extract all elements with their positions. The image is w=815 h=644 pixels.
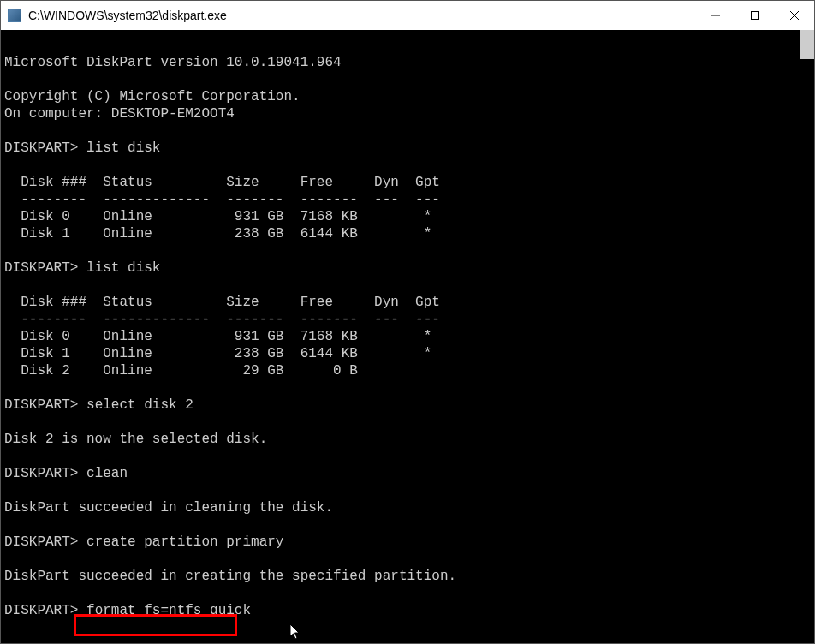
minimize-button[interactable] xyxy=(696,1,735,30)
table-header: Disk ### Status Size Free Dyn Gpt xyxy=(4,175,440,190)
cmd-create-partition: create partition primary xyxy=(86,534,283,550)
msg-selected: Disk 2 is now the selected disk. xyxy=(4,432,267,447)
cmd-select-disk: select disk 2 xyxy=(86,397,193,413)
table-divider: -------- ------------- ------- ------- -… xyxy=(4,312,440,327)
msg-partition-ok: DiskPart succeeded in creating the speci… xyxy=(4,569,456,584)
table-row: Disk 0 Online 931 GB 7168 KB * xyxy=(4,329,431,344)
prompt: DISKPART> xyxy=(4,534,78,550)
cmd-clean: clean xyxy=(86,466,128,481)
msg-clean-ok: DiskPart succeeded in cleaning the disk. xyxy=(4,500,333,516)
cmd-format: format fs=ntfs quick xyxy=(86,603,251,618)
table-row: Disk 2 Online 29 GB 0 B xyxy=(4,363,358,379)
prompt: DISKPART> xyxy=(4,603,78,618)
table-row: Disk 1 Online 238 GB 6144 KB * xyxy=(4,226,431,242)
svg-rect-1 xyxy=(752,12,759,20)
prompt: DISKPART> xyxy=(4,466,78,481)
version-line: Microsoft DiskPart version 10.0.19041.96… xyxy=(4,55,342,70)
scrollbar-thumb[interactable] xyxy=(800,30,814,59)
close-button[interactable] xyxy=(775,1,814,30)
diskpart-window: C:\WINDOWS\system32\diskpart.exe Microso… xyxy=(0,0,815,644)
copyright-line: Copyright (C) Microsoft Corporation. xyxy=(4,89,300,104)
table-row: Disk 1 Online 238 GB 6144 KB * xyxy=(4,346,431,361)
console-output[interactable]: Microsoft DiskPart version 10.0.19041.96… xyxy=(1,30,814,643)
table-row: Disk 0 Online 931 GB 7168 KB * xyxy=(4,209,431,224)
prompt: DISKPART> xyxy=(4,397,78,413)
close-icon xyxy=(790,11,799,20)
computer-line: On computer: DESKTOP-EM2OOT4 xyxy=(4,106,235,122)
prompt: DISKPART> xyxy=(4,140,78,156)
titlebar[interactable]: C:\WINDOWS\system32\diskpart.exe xyxy=(1,1,814,30)
cmd-list-disk: list disk xyxy=(86,260,160,276)
app-icon xyxy=(8,9,21,22)
maximize-button[interactable] xyxy=(735,1,775,30)
maximize-icon xyxy=(751,11,759,20)
cmd-list-disk: list disk xyxy=(86,140,160,156)
prompt: DISKPART> xyxy=(4,260,78,276)
table-divider: -------- ------------- ------- ------- -… xyxy=(4,192,440,207)
window-title: C:\WINDOWS\system32\diskpart.exe xyxy=(28,9,227,22)
table-header: Disk ### Status Size Free Dyn Gpt xyxy=(4,295,440,310)
minimize-icon xyxy=(711,11,720,20)
